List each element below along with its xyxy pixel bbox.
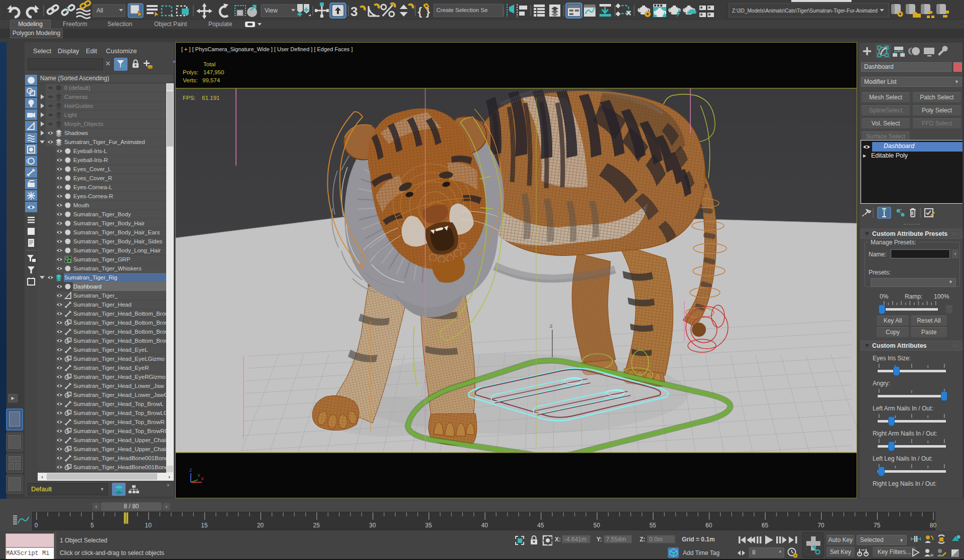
svg-text:Sumatran_Tiger_Head: Sumatran_Tiger_Head bbox=[73, 302, 132, 308]
svg-text:View: View bbox=[265, 7, 278, 14]
svg-text:80: 80 bbox=[930, 522, 937, 529]
svg-text:X: X bbox=[201, 476, 204, 481]
svg-text:Sumatran_Tiger_Head_Top_BrowR: Sumatran_Tiger_Head_Top_BrowR bbox=[73, 419, 165, 425]
svg-text:Sumatran_Tiger_Fur_Animated: Sumatran_Tiger_Fur_Animated bbox=[64, 139, 145, 145]
svg-text:Sumatran_Tiger_Head_Top_BrowRG: Sumatran_Tiger_Head_Top_BrowRGiz bbox=[73, 428, 166, 434]
svg-text:70: 70 bbox=[817, 522, 824, 529]
svg-text:Sumatran_Tiger_Body_Hair: Sumatran_Tiger_Body_Hair bbox=[73, 220, 145, 226]
svg-text:Sumatran_Tiger_Body_Hair_Sides: Sumatran_Tiger_Body_Hair_Sides bbox=[73, 238, 163, 244]
svg-text:Sumatran_Tiger_Body_Hair_Ears: Sumatran_Tiger_Body_Hair_Ears bbox=[73, 229, 160, 235]
svg-text:Z: Z bbox=[550, 324, 553, 329]
svg-text:{: { bbox=[418, 5, 422, 18]
svg-text:Sumatran_Tiger_Head_EyeLGizmo: Sumatran_Tiger_Head_EyeLGizmo bbox=[73, 356, 165, 362]
svg-text:Sumatran_Tiger_Body_Long_Hair: Sumatran_Tiger_Body_Long_Hair bbox=[73, 247, 161, 253]
svg-text:Sumatran_Tiger_Head_Bottom_Bro: Sumatran_Tiger_Head_Bottom_BrowF bbox=[73, 338, 166, 344]
svg-text:Sumatran_Tiger_Body: Sumatran_Tiger_Body bbox=[73, 211, 131, 217]
svg-text:Sumatran_Tiger_Rig: Sumatran_Tiger_Rig bbox=[64, 274, 117, 281]
svg-text:Sumatran_Tiger_HeadBone001Bone: Sumatran_Tiger_HeadBone001Bone0( bbox=[73, 455, 166, 461]
svg-text:Cameras: Cameras bbox=[64, 94, 88, 100]
svg-text:60: 60 bbox=[705, 522, 712, 529]
svg-text:15: 15 bbox=[201, 522, 208, 529]
svg-text:Sumatran_Tiger_Head_Bottom_Bro: Sumatran_Tiger_Head_Bottom_BrowL bbox=[73, 311, 166, 317]
svg-text:40: 40 bbox=[481, 522, 489, 529]
svg-text:Z: Z bbox=[189, 468, 192, 473]
svg-text:3: 3 bbox=[350, 4, 357, 19]
svg-text:Eyeball-Iris-L: Eyeball-Iris-L bbox=[73, 148, 107, 154]
svg-text:20: 20 bbox=[257, 522, 264, 529]
svg-text:Sumatran_Tiger_Head_EyeL: Sumatran_Tiger_Head_EyeL bbox=[73, 347, 148, 353]
svg-text:35: 35 bbox=[425, 522, 432, 529]
svg-text:Eyes_Cover_L: Eyes_Cover_L bbox=[73, 166, 111, 172]
svg-text:Sumatran_Tiger_Head_Bottom_Bro: Sumatran_Tiger_Head_Bottom_BrowF bbox=[73, 329, 166, 335]
svg-text:Light: Light bbox=[64, 112, 77, 118]
svg-text:Eyes-Cornea-L: Eyes-Cornea-L bbox=[73, 184, 112, 190]
svg-text:65: 65 bbox=[762, 522, 769, 529]
svg-text:75: 75 bbox=[874, 522, 881, 529]
svg-text:Eyes_Cover_R: Eyes_Cover_R bbox=[73, 175, 112, 181]
svg-text:Sumatran_Tiger_Head_Lower_JawG: Sumatran_Tiger_Head_Lower_JawGiz bbox=[73, 392, 166, 398]
svg-text:Sumatran_Tiger_Head_Upper_Chai: Sumatran_Tiger_Head_Upper_ChainG bbox=[73, 446, 166, 452]
svg-text:Create Selection Se: Create Selection Se bbox=[436, 7, 488, 13]
svg-text:Y: Y bbox=[197, 473, 200, 478]
svg-text:All: All bbox=[96, 7, 103, 14]
svg-text:Sumatran_Tiger_Head_Bottom_Bro: Sumatran_Tiger_Head_Bottom_BrowL bbox=[73, 320, 166, 326]
svg-text:Sumatran_Tiger_Head_Top_BrowL: Sumatran_Tiger_Head_Top_BrowL bbox=[73, 401, 164, 407]
svg-text:10: 10 bbox=[145, 522, 152, 529]
svg-text:0 (default): 0 (default) bbox=[64, 85, 90, 91]
svg-text:Sumatran_Tiger_Head_Top_BrowLG: Sumatran_Tiger_Head_Top_BrowLGiz bbox=[73, 410, 166, 416]
svg-text:Z:\3D_Models\Animals\Cats\Tige: Z:\3D_Models\Animals\Cats\Tiger\Sumatran… bbox=[732, 8, 878, 14]
svg-text:Sumatran_Tiger_Head_EyeR: Sumatran_Tiger_Head_EyeR bbox=[73, 365, 149, 371]
svg-text:Mouth: Mouth bbox=[73, 202, 89, 208]
svg-text:45: 45 bbox=[537, 522, 544, 529]
svg-text:Sumatran_Tiger_Head_EyeRGizmo: Sumatran_Tiger_Head_EyeRGizmo bbox=[73, 374, 166, 380]
svg-text:Eyeball-Iris-R: Eyeball-Iris-R bbox=[73, 157, 108, 163]
svg-text:5: 5 bbox=[90, 522, 94, 529]
svg-text:Sumatran_Tiger_HeadBone001Bone: Sumatran_Tiger_HeadBone001Bone0( bbox=[73, 464, 166, 470]
svg-text:Sumatran_Tiger_Head_Lower_Jaw: Sumatran_Tiger_Head_Lower_Jaw bbox=[73, 383, 164, 389]
svg-text:Sumatran_Tiger_Head_Upper_Chai: Sumatran_Tiger_Head_Upper_Chain bbox=[73, 437, 166, 443]
svg-text:Sumatran_Tiger_: Sumatran_Tiger_ bbox=[73, 293, 118, 299]
svg-text:55: 55 bbox=[649, 522, 656, 529]
svg-text:0: 0 bbox=[35, 522, 38, 529]
svg-text:25: 25 bbox=[313, 522, 320, 529]
svg-text:Shadows: Shadows bbox=[64, 130, 88, 136]
svg-text:30: 30 bbox=[369, 522, 376, 529]
svg-text:HairGuides: HairGuides bbox=[64, 103, 93, 109]
svg-text:Sumatran_Tiger_Whiskers: Sumatran_Tiger_Whiskers bbox=[73, 265, 142, 271]
svg-text:Eyes-Cornea-R: Eyes-Cornea-R bbox=[73, 193, 113, 199]
svg-text:50: 50 bbox=[593, 522, 600, 529]
svg-text:Sumatran_Tiger_GRP: Sumatran_Tiger_GRP bbox=[73, 256, 131, 262]
svg-text:Morph_Objects: Morph_Objects bbox=[64, 121, 103, 127]
svg-text:Dashboard: Dashboard bbox=[73, 284, 101, 290]
